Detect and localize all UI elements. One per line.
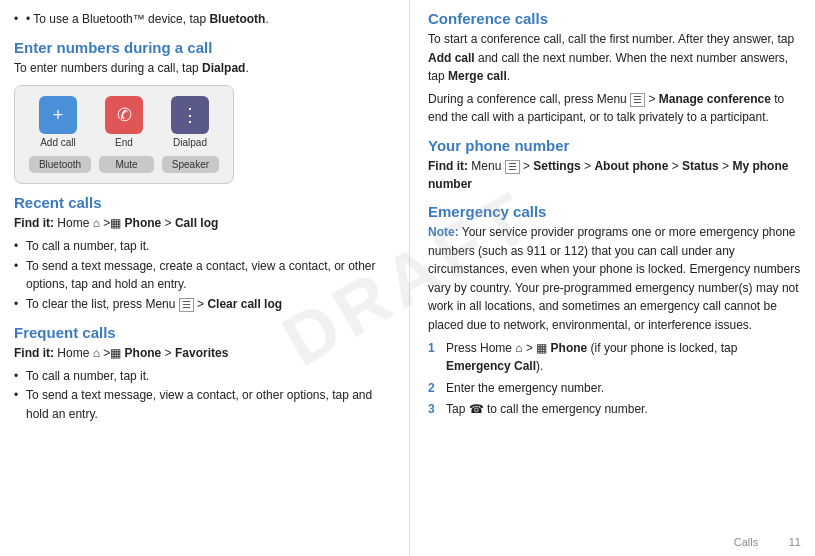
frequent-calls-bullets: To call a number, tap it. To send a text… <box>14 367 391 424</box>
page-footer: Calls 11 <box>734 536 801 548</box>
add-call-button[interactable]: + Add call <box>39 96 77 148</box>
section-enter-numbers-heading: Enter numbers during a call <box>14 39 391 56</box>
dialpad-mockup: + Add call ✆ End ⋮ Dialpad Bluetooth Mut… <box>14 85 234 184</box>
section-recent-calls-heading: Recent calls <box>14 194 391 211</box>
recent-calls-bullets: To call a number, tap it. To send a text… <box>14 237 391 313</box>
left-column: • To use a Bluetooth™ device, tap Blueto… <box>0 0 410 556</box>
footer-left: Calls <box>734 536 758 548</box>
dialpad-button[interactable]: ⋮ Dialpad <box>171 96 209 148</box>
section-your-phone-number-heading: Your phone number <box>428 137 801 154</box>
section-conference-calls-heading: Conference calls <box>428 10 801 27</box>
your-phone-number-find-it: Find it: Menu ☰ > Settings > About phone… <box>428 157 801 193</box>
emergency-steps: 1 Press Home ⌂ > ▦ Phone (if your phone … <box>428 339 801 419</box>
section-emergency-calls-heading: Emergency calls <box>428 203 801 220</box>
frequent-bullet-1: To call a number, tap it. <box>14 367 391 386</box>
recent-bullet-2: To send a text message, create a contact… <box>14 257 391 294</box>
recent-bullet-1: To call a number, tap it. <box>14 237 391 256</box>
emergency-calls-note: Note: Your service provider programs one… <box>428 223 801 335</box>
emergency-step-1: 1 Press Home ⌂ > ▦ Phone (if your phone … <box>428 339 801 376</box>
enter-numbers-body: To enter numbers during a call, tap Dial… <box>14 59 391 78</box>
recent-calls-find-it: Find it: Home ⌂ >▦ Phone > Call log <box>14 214 391 232</box>
intro-bullet: • To use a Bluetooth™ device, tap Blueto… <box>14 10 391 29</box>
emergency-step-2: 2 Enter the emergency number. <box>428 379 801 398</box>
speaker-button[interactable]: Speaker <box>162 156 219 173</box>
recent-bullet-3: To clear the list, press Menu ☰ > Clear … <box>14 295 391 314</box>
conference-calls-body2: During a conference call, press Menu ☰ >… <box>428 90 801 127</box>
mute-button[interactable]: Mute <box>99 156 154 173</box>
right-column: Conference calls To start a conference c… <box>410 0 815 556</box>
frequent-bullet-2: To send a text message, view a contact, … <box>14 386 391 423</box>
end-call-button[interactable]: ✆ End <box>105 96 143 148</box>
frequent-calls-find-it: Find it: Home ⌂ >▦ Phone > Favorites <box>14 344 391 362</box>
emergency-step-3: 3 Tap ☎ to call the emergency number. <box>428 400 801 419</box>
bluetooth-button[interactable]: Bluetooth <box>29 156 91 173</box>
section-frequent-calls-heading: Frequent calls <box>14 324 391 341</box>
conference-calls-body1: To start a conference call, call the fir… <box>428 30 801 86</box>
footer-right: 11 <box>789 536 801 548</box>
